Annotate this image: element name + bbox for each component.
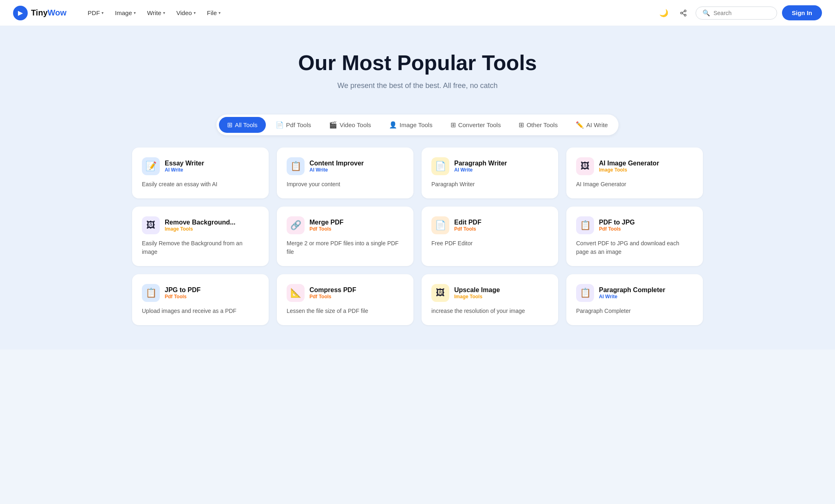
tool-desc-upscale-image: increase the resolution of your image <box>431 307 548 315</box>
tab-converter[interactable]: ⊞Converter Tools <box>442 117 509 133</box>
nav-item-video[interactable]: Video▾ <box>172 6 201 20</box>
tool-card-essay-writer[interactable]: 📝 Essay Writer AI Write Easily create an… <box>132 147 269 198</box>
tab-other[interactable]: ⊞Other Tools <box>510 117 566 133</box>
search-box[interactable]: 🔍 <box>696 7 777 20</box>
tool-desc-content-improver: Improve your content <box>287 180 404 189</box>
nav-label-video: Video <box>177 9 192 16</box>
card-header-jpg-to-pdf: 📋 JPG to PDF Pdf Tools <box>142 284 259 302</box>
tool-title-edit-pdf: Edit PDF <box>454 219 482 226</box>
tool-title-remove-background: Remove Background... <box>165 219 235 226</box>
tool-icon-jpg-to-pdf: 📋 <box>142 284 160 302</box>
tool-card-merge-pdf[interactable]: 🔗 Merge PDF Pdf Tools Merge 2 or more PD… <box>277 207 413 266</box>
nav-label-file: File <box>207 9 217 16</box>
svg-point-2 <box>684 14 686 16</box>
tab-label-all: All Tools <box>235 121 258 128</box>
search-icon: 🔍 <box>702 9 710 17</box>
nav-item-pdf[interactable]: PDF▾ <box>83 6 108 20</box>
tool-desc-remove-background: Easily Remove the Background from an ima… <box>142 239 259 256</box>
tabs-section: ⊞All Tools📄Pdf Tools🎬Video Tools👤Image T… <box>0 106 835 147</box>
card-header-merge-pdf: 🔗 Merge PDF Pdf Tools <box>287 216 404 234</box>
tool-desc-compress-pdf: Lessen the file size of a PDF file <box>287 307 404 315</box>
tab-icon-all: ⊞ <box>227 121 232 129</box>
tool-title-ai-image-generator: AI Image Generator <box>599 160 659 167</box>
tool-card-jpg-to-pdf[interactable]: 📋 JPG to PDF Pdf Tools Upload images and… <box>132 274 269 325</box>
tool-desc-paragraph-completer: Paragraph Completer <box>576 307 693 315</box>
tool-desc-pdf-to-jpg: Convert PDF to JPG and download each pag… <box>576 239 693 256</box>
tool-desc-ai-image-generator: AI Image Generator <box>576 180 693 189</box>
tool-card-ai-image-generator[interactable]: 🖼 AI Image Generator Image Tools AI Imag… <box>566 147 703 198</box>
tool-card-paragraph-completer[interactable]: 📋 Paragraph Completer AI Write Paragraph… <box>566 274 703 325</box>
tool-tag-remove-background: Image Tools <box>165 226 235 232</box>
tool-desc-paragraph-writer: Paragraph Writer <box>431 180 548 189</box>
tool-card-pdf-to-jpg[interactable]: 📋 PDF to JPG Pdf Tools Convert PDF to JP… <box>566 207 703 266</box>
tool-title-paragraph-completer: Paragraph Completer <box>599 286 665 294</box>
tab-label-image: Image Tools <box>400 121 433 128</box>
tab-label-other: Other Tools <box>526 121 557 128</box>
nav-item-write[interactable]: Write▾ <box>142 6 170 20</box>
tab-icon-other: ⊞ <box>519 121 524 129</box>
search-input[interactable] <box>714 10 770 16</box>
tab-icon-image: 👤 <box>389 121 397 129</box>
chevron-icon: ▾ <box>163 11 165 15</box>
share-button[interactable] <box>676 6 691 20</box>
tab-icon-video: 🎬 <box>329 121 337 129</box>
tool-card-edit-pdf[interactable]: 📄 Edit PDF Pdf Tools Free PDF Editor <box>422 207 558 266</box>
tool-tag-upscale-image: Image Tools <box>454 294 500 299</box>
logo[interactable]: ▶ TinyWow <box>13 6 66 20</box>
tab-icon-pdf: 📄 <box>276 121 284 129</box>
tool-card-paragraph-writer[interactable]: 📄 Paragraph Writer AI Write Paragraph Wr… <box>422 147 558 198</box>
tool-title-compress-pdf: Compress PDF <box>309 286 356 294</box>
tools-grid: 📝 Essay Writer AI Write Easily create an… <box>132 147 703 325</box>
card-header-pdf-to-jpg: 📋 PDF to JPG Pdf Tools <box>576 216 693 234</box>
tool-icon-edit-pdf: 📄 <box>431 216 449 234</box>
tool-card-remove-background[interactable]: 🖼 Remove Background... Image Tools Easil… <box>132 207 269 266</box>
tool-card-upscale-image[interactable]: 🖼 Upscale Image Image Tools increase the… <box>422 274 558 325</box>
card-header-essay-writer: 📝 Essay Writer AI Write <box>142 157 259 175</box>
tabs-container: ⊞All Tools📄Pdf Tools🎬Video Tools👤Image T… <box>216 114 619 135</box>
nav-item-file[interactable]: File▾ <box>202 6 225 20</box>
tool-card-content-improver[interactable]: 📋 Content Improver AI Write Improve your… <box>277 147 413 198</box>
tab-label-pdf: Pdf Tools <box>286 121 311 128</box>
dark-mode-button[interactable]: 🌙 <box>656 6 671 20</box>
tab-label-video: Video Tools <box>340 121 371 128</box>
tool-icon-essay-writer: 📝 <box>142 157 160 175</box>
tab-pdf[interactable]: 📄Pdf Tools <box>267 117 319 133</box>
nav-item-image[interactable]: Image▾ <box>110 6 141 20</box>
navbar: ▶ TinyWow PDF▾Image▾Write▾Video▾File▾ 🌙 … <box>0 0 835 26</box>
tool-icon-upscale-image: 🖼 <box>431 284 449 302</box>
logo-icon: ▶ <box>13 6 28 20</box>
tab-label-aiwrite: AI Write <box>586 121 608 128</box>
tool-card-compress-pdf[interactable]: 📐 Compress PDF Pdf Tools Lessen the file… <box>277 274 413 325</box>
tool-desc-jpg-to-pdf: Upload images and receive as a PDF <box>142 307 259 315</box>
svg-point-1 <box>680 12 683 14</box>
logo-text: TinyWow <box>31 8 66 18</box>
card-header-ai-image-generator: 🖼 AI Image Generator Image Tools <box>576 157 693 175</box>
hero-section: Our Most Popular Tools We present the be… <box>0 26 835 106</box>
nav-links: PDF▾Image▾Write▾Video▾File▾ <box>83 6 656 20</box>
tool-icon-ai-image-generator: 🖼 <box>576 157 594 175</box>
tab-video[interactable]: 🎬Video Tools <box>321 117 379 133</box>
signin-button[interactable]: Sign In <box>782 5 822 20</box>
tools-grid-section: 📝 Essay Writer AI Write Easily create an… <box>0 147 835 350</box>
tool-tag-ai-image-generator: Image Tools <box>599 167 659 173</box>
tool-title-upscale-image: Upscale Image <box>454 286 500 294</box>
tool-tag-compress-pdf: Pdf Tools <box>309 294 356 299</box>
hero-title: Our Most Popular Tools <box>8 51 827 75</box>
card-header-content-improver: 📋 Content Improver AI Write <box>287 157 404 175</box>
svg-line-4 <box>682 11 684 12</box>
tab-icon-aiwrite: ✏️ <box>576 121 584 129</box>
card-header-paragraph-writer: 📄 Paragraph Writer AI Write <box>431 157 548 175</box>
card-header-paragraph-completer: 📋 Paragraph Completer AI Write <box>576 284 693 302</box>
tab-image[interactable]: 👤Image Tools <box>381 117 441 133</box>
tool-title-essay-writer: Essay Writer <box>165 160 204 167</box>
tool-tag-content-improver: AI Write <box>309 167 364 173</box>
tool-desc-merge-pdf: Merge 2 or more PDF files into a single … <box>287 239 404 256</box>
tool-icon-paragraph-writer: 📄 <box>431 157 449 175</box>
tab-aiwrite[interactable]: ✏️AI Write <box>568 117 616 133</box>
svg-point-0 <box>684 10 686 12</box>
tool-title-paragraph-writer: Paragraph Writer <box>454 160 507 167</box>
tool-icon-merge-pdf: 🔗 <box>287 216 305 234</box>
tab-all[interactable]: ⊞All Tools <box>219 117 266 133</box>
tool-tag-pdf-to-jpg: Pdf Tools <box>599 226 635 232</box>
tool-tag-jpg-to-pdf: Pdf Tools <box>165 294 201 299</box>
